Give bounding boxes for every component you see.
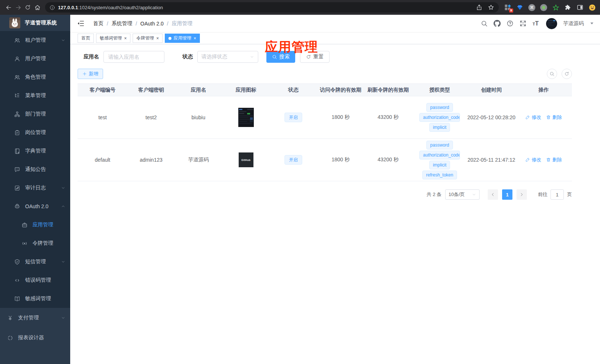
browser-address-bar[interactable]: 127.0.0.1:1024/system/oauth2/oauth2/appl… [45, 2, 499, 13]
app-icon-image: GitHub [239, 152, 253, 167]
delete-button[interactable]: 删除 [546, 114, 562, 121]
search-button[interactable]: 搜索 [266, 51, 295, 63]
sidebar-item-oauth[interactable]: OAuth 2.0 [0, 197, 70, 216]
goto-page-input[interactable] [550, 189, 564, 200]
extension-command-icon[interactable]: ⌘ [528, 4, 535, 11]
page-size-select[interactable]: 10条/页 [445, 189, 480, 200]
trash-icon [546, 115, 551, 120]
sidebar-item-sms[interactable]: 短信管理 [0, 253, 70, 271]
sensitive-word-icon [14, 296, 20, 302]
sidebar-item-error-code[interactable]: 错误码管理 [0, 271, 70, 289]
cell-secret: admin123 [127, 139, 175, 181]
sidebar: 芋道管理系统 租户管理 用户管理 角色管理 菜单管理 部门管理 岗位管理 [0, 15, 70, 364]
breadcrumb-system[interactable]: 系统管理 [112, 20, 132, 27]
navbar-actions: TT 芋道源码 [481, 18, 593, 29]
user-avatar[interactable] [546, 18, 557, 29]
page-info-icon[interactable] [50, 5, 55, 10]
tab-token[interactable]: 令牌管理 × [133, 34, 163, 43]
close-icon[interactable]: × [124, 36, 127, 41]
green-dot [542, 6, 545, 9]
tab-application[interactable]: 应用管理 × [165, 34, 200, 43]
pagination: 共 2 条 10条/页 1 前往 页 [78, 189, 572, 200]
chevron-down-icon [472, 192, 476, 197]
top-navbar: 首页 / 系统管理 / OAuth 2.0 / 应用管理 TT 芋道源码 [70, 15, 600, 32]
browser-reload-button[interactable] [23, 2, 33, 13]
sidebar-item-notice[interactable]: 通知公告 [0, 160, 70, 179]
edit-button[interactable]: 修改 [525, 114, 541, 121]
page-number-button[interactable]: 1 [502, 189, 512, 200]
tab-home[interactable]: 首页 [78, 34, 94, 43]
caret-down-icon[interactable] [590, 23, 593, 24]
toggle-search-button[interactable] [547, 69, 557, 79]
refresh-table-button[interactable] [562, 69, 572, 79]
sidebar-item-user[interactable]: 用户管理 [0, 49, 70, 68]
col-refresh-validity: 刷新令牌的有效期 [364, 84, 412, 96]
sidebar-item-menu[interactable]: 菜单管理 [0, 86, 70, 105]
search-icon [272, 54, 277, 59]
applications-table: 客户端编号 客户端密钥 应用名 应用图标 状态 访问令牌的有效期 刷新令牌的有效… [78, 83, 572, 181]
sidebar-item-audit-log[interactable]: 审计日志 [0, 179, 70, 197]
cell-app-name: 芋道源码 [175, 139, 222, 181]
table-row: default admin123 芋道源码 GitHub 开启 1800 秒 4… [78, 139, 572, 181]
profile-emoji-avatar[interactable] [589, 4, 596, 11]
edit-button[interactable]: 修改 [525, 157, 541, 163]
prev-page-button[interactable] [488, 189, 498, 200]
app-icon-image [238, 108, 254, 127]
reset-button[interactable]: 重置 [300, 51, 330, 63]
table-toolbar: 新增 [78, 69, 572, 79]
grant-type-tag: implicit [429, 161, 450, 169]
sidebar-item-sensitive-word[interactable]: 敏感词管理 [0, 289, 70, 308]
username[interactable]: 芋道源码 [563, 20, 584, 27]
browser-chrome: 127.0.0.1:1024/system/oauth2/oauth2/appl… [0, 0, 600, 15]
grant-type-tag: authorization_code [419, 151, 460, 159]
bookmark-star-icon[interactable] [488, 4, 494, 11]
extensions-puzzle-icon[interactable] [564, 4, 572, 11]
share-icon[interactable] [476, 4, 483, 11]
extension-record-icon[interactable] [540, 4, 547, 11]
close-icon[interactable]: × [194, 36, 196, 41]
fullscreen-icon[interactable] [519, 20, 526, 27]
sidebar-item-post[interactable]: 岗位管理 [0, 123, 70, 142]
cell-grant-types: password authorization_code implicit ref… [412, 139, 467, 181]
browser-forward-button[interactable] [13, 2, 23, 13]
cell-client-id: test [78, 96, 127, 139]
help-icon[interactable] [507, 20, 514, 27]
font-size-icon[interactable]: TT [532, 20, 539, 27]
org-chart-icon [14, 111, 20, 117]
add-button[interactable]: 新增 [78, 69, 103, 79]
sidebar-item-oauth-application[interactable]: 应用管理 [0, 216, 70, 234]
breadcrumb-home[interactable]: 首页 [93, 20, 103, 27]
chevron-down-icon [250, 55, 254, 59]
breadcrumb-oauth[interactable]: OAuth 2.0 [140, 21, 164, 27]
goto-label: 前往 [538, 191, 548, 198]
sidebar-item-oauth-token[interactable]: 令牌管理 [0, 234, 70, 253]
sidebar-logo[interactable]: 芋道管理系统 [0, 15, 70, 31]
sidebar-item-payment[interactable]: 支付管理 [0, 308, 70, 328]
sms-shield-icon [14, 259, 20, 265]
sidebar-item-report-designer[interactable]: 报表设计器 [0, 328, 70, 348]
next-page-button[interactable] [517, 189, 527, 200]
delete-button[interactable]: 删除 [546, 157, 562, 163]
sidebar-item-role[interactable]: 角色管理 [0, 68, 70, 86]
browser-back-button[interactable] [4, 2, 13, 13]
edit-pen-icon [525, 115, 530, 120]
extension-gem-icon[interactable] [516, 4, 524, 11]
extension-star-icon[interactable] [552, 4, 559, 11]
sidebar-item-dept[interactable]: 部门管理 [0, 105, 70, 123]
side-panel-icon[interactable] [576, 4, 584, 11]
extension-grid-icon[interactable]: 9 [504, 4, 511, 11]
extension-badge: 9 [509, 8, 513, 13]
sidebar-item-tenant[interactable]: 租户管理 [0, 31, 70, 49]
app-name-input[interactable] [103, 51, 164, 63]
sidebar-item-dict[interactable]: 字典管理 [0, 142, 70, 160]
col-secret: 客户端密钥 [127, 84, 175, 96]
github-icon[interactable] [494, 20, 501, 27]
tab-sensitive-word[interactable]: 敏感词管理 × [96, 34, 130, 43]
close-icon[interactable]: × [156, 36, 159, 41]
sidebar-fold-icon[interactable] [77, 20, 85, 27]
search-icon[interactable] [481, 20, 488, 27]
browser-home-button[interactable] [33, 2, 42, 13]
table-header-row: 客户端编号 客户端密钥 应用名 应用图标 状态 访问令牌的有效期 刷新令牌的有效… [78, 84, 572, 96]
status-select[interactable]: 请选择状态 [197, 51, 258, 63]
chevron-right-icon [519, 192, 524, 197]
